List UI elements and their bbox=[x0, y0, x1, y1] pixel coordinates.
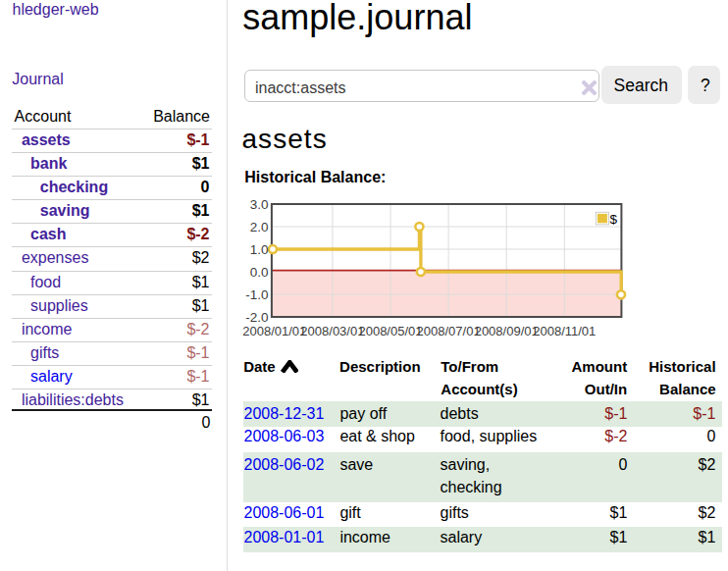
svg-text:2008/03/01: 2008/03/01 bbox=[300, 324, 364, 338]
svg-text:1.0: 1.0 bbox=[250, 242, 269, 257]
svg-text:2008/07/01: 2008/07/01 bbox=[417, 324, 481, 338]
svg-text:2008/01/01: 2008/01/01 bbox=[242, 324, 306, 338]
svg-text:$: $ bbox=[610, 212, 618, 227]
svg-text:3.0: 3.0 bbox=[250, 197, 269, 212]
svg-text:2008/11/01: 2008/11/01 bbox=[533, 324, 596, 338]
svg-text:2008/05/01: 2008/05/01 bbox=[358, 324, 422, 338]
svg-text:-1.0: -1.0 bbox=[245, 287, 268, 302]
svg-text:2.0: 2.0 bbox=[250, 220, 269, 234]
svg-text:2008/09/01: 2008/09/01 bbox=[475, 324, 539, 338]
svg-text:0.0: 0.0 bbox=[250, 265, 269, 280]
svg-text:-2.0: -2.0 bbox=[245, 310, 268, 325]
